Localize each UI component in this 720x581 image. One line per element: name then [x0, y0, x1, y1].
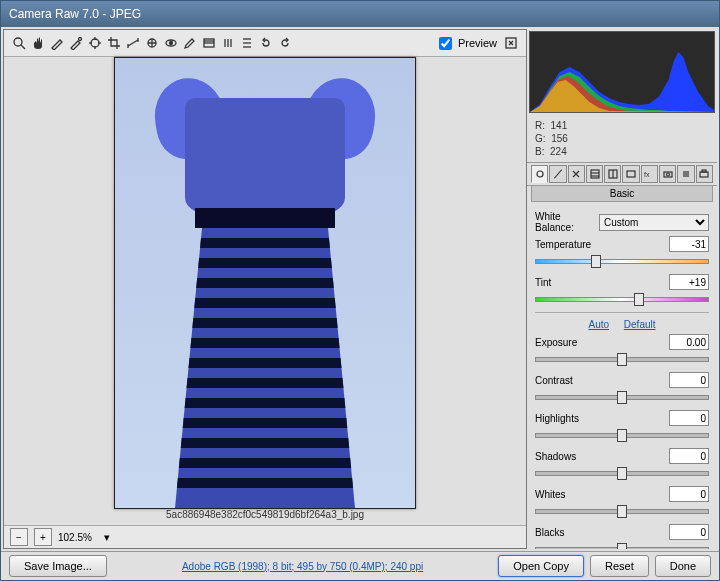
tint-label: Tint	[535, 277, 551, 288]
zoom-value[interactable]: 102.5%	[58, 532, 98, 543]
app-window: Camera Raw 7.0 - JPEG	[0, 0, 720, 581]
color-sampler-tool-icon[interactable]	[67, 34, 85, 52]
highlights-thumb[interactable]	[617, 429, 627, 442]
svg-point-24	[537, 171, 543, 177]
tab-split[interactable]	[604, 165, 621, 183]
save-image-button[interactable]: Save Image...	[9, 555, 107, 577]
temperature-thumb[interactable]	[591, 255, 601, 268]
blacks-label: Blacks	[535, 527, 564, 538]
svg-point-3	[91, 39, 99, 47]
title-bar: Camera Raw 7.0 - JPEG	[1, 1, 719, 27]
reset-button[interactable]: Reset	[590, 555, 649, 577]
temperature-slider: Temperature	[535, 236, 709, 266]
open-copy-button[interactable]: Open Copy	[498, 555, 584, 577]
histogram[interactable]	[529, 31, 715, 113]
panel-header: Basic	[531, 186, 713, 202]
spot-removal-tool-icon[interactable]	[143, 34, 161, 52]
graduated-filter-tool-icon[interactable]	[200, 34, 218, 52]
tint-thumb[interactable]	[634, 293, 644, 306]
svg-point-2	[79, 38, 82, 41]
svg-rect-38	[702, 170, 706, 172]
zoom-dropdown-icon[interactable]: ▾	[104, 531, 110, 544]
image-preview	[114, 57, 416, 509]
svg-point-13	[170, 42, 173, 45]
tab-basic[interactable]	[531, 165, 548, 183]
straighten-tool-icon[interactable]	[124, 34, 142, 52]
preview-label: Preview	[458, 37, 497, 49]
wb-label: White Balance:	[535, 211, 595, 233]
highlights-label: Highlights	[535, 413, 579, 424]
contrast-input[interactable]	[669, 372, 709, 388]
svg-rect-25	[591, 170, 599, 178]
filename-label: 5ac886948e382cf0c549819d6bf264a3_b.jpg	[4, 509, 526, 525]
rgb-readout: R: 141 G: 156 B: 224	[527, 115, 717, 163]
workflow-link[interactable]: Adobe RGB (1998); 8 bit; 495 by 750 (0.4…	[182, 561, 423, 572]
shadows-input[interactable]	[669, 448, 709, 464]
wb-select[interactable]: Custom	[599, 214, 709, 231]
whites-label: Whites	[535, 489, 566, 500]
svg-rect-37	[700, 172, 708, 177]
tab-camera[interactable]	[659, 165, 676, 183]
blacks-thumb[interactable]	[617, 543, 627, 549]
rotate-cw-icon[interactable]	[276, 34, 294, 52]
exposure-input[interactable]	[669, 334, 709, 350]
exposure-label: Exposure	[535, 337, 577, 348]
tint-slider: Tint	[535, 274, 709, 304]
main-area: Preview 5ac886948e382cf0c549819d6bf	[1, 27, 719, 551]
svg-point-33	[666, 173, 669, 176]
exposure-thumb[interactable]	[617, 353, 627, 366]
zoom-tool-icon[interactable]	[10, 34, 28, 52]
tab-lens[interactable]	[622, 165, 639, 183]
right-pane: R: 141 G: 156 B: 224 fx Basic White Bal	[527, 29, 717, 549]
tab-snapshots[interactable]	[696, 165, 713, 183]
preview-check-input[interactable]	[439, 37, 452, 50]
crop-tool-icon[interactable]	[105, 34, 123, 52]
svg-point-0	[14, 38, 22, 46]
preview-checkbox[interactable]: Preview	[435, 34, 497, 53]
contrast-label: Contrast	[535, 375, 573, 386]
zoom-out-button[interactable]: −	[10, 528, 28, 546]
tab-detail[interactable]	[568, 165, 585, 183]
left-pane: Preview 5ac886948e382cf0c549819d6bf	[3, 29, 527, 549]
target-adjust-tool-icon[interactable]	[86, 34, 104, 52]
preferences-tool-icon[interactable]	[238, 34, 256, 52]
svg-line-1	[21, 45, 25, 49]
svg-line-8	[128, 40, 138, 46]
footer: Save Image... Adobe RGB (1998); 8 bit; 4…	[1, 551, 719, 580]
shadows-label: Shadows	[535, 451, 576, 462]
radial-filter-tool-icon[interactable]	[219, 34, 237, 52]
panel-tabs: fx	[527, 163, 717, 186]
auto-link[interactable]: Auto	[588, 319, 609, 330]
temperature-input[interactable]	[669, 236, 709, 252]
hand-tool-icon[interactable]	[29, 34, 47, 52]
whites-thumb[interactable]	[617, 505, 627, 518]
redeye-tool-icon[interactable]	[162, 34, 180, 52]
tab-curve[interactable]	[549, 165, 566, 183]
highlights-input[interactable]	[669, 410, 709, 426]
window-title: Camera Raw 7.0 - JPEG	[9, 7, 141, 21]
tab-presets[interactable]	[677, 165, 694, 183]
contrast-thumb[interactable]	[617, 391, 627, 404]
tab-hsl[interactable]	[586, 165, 603, 183]
shadows-thumb[interactable]	[617, 467, 627, 480]
tint-input[interactable]	[669, 274, 709, 290]
adjustment-brush-tool-icon[interactable]	[181, 34, 199, 52]
rotate-ccw-icon[interactable]	[257, 34, 275, 52]
zoom-bar: − + 102.5% ▾	[4, 525, 526, 548]
default-link[interactable]: Default	[624, 319, 656, 330]
white-balance-tool-icon[interactable]	[48, 34, 66, 52]
svg-rect-30	[627, 171, 635, 177]
tab-fx[interactable]: fx	[641, 165, 658, 183]
zoom-in-button[interactable]: +	[34, 528, 52, 546]
basic-panel: White Balance: Custom Temperature Tint A…	[527, 202, 717, 549]
image-canvas[interactable]	[4, 57, 526, 509]
done-button[interactable]: Done	[655, 555, 711, 577]
temperature-label: Temperature	[535, 239, 591, 250]
fullscreen-toggle-icon[interactable]	[502, 34, 520, 52]
whites-input[interactable]	[669, 486, 709, 502]
toolbar: Preview	[4, 30, 526, 57]
svg-text:fx: fx	[644, 171, 650, 178]
blacks-input[interactable]	[669, 524, 709, 540]
